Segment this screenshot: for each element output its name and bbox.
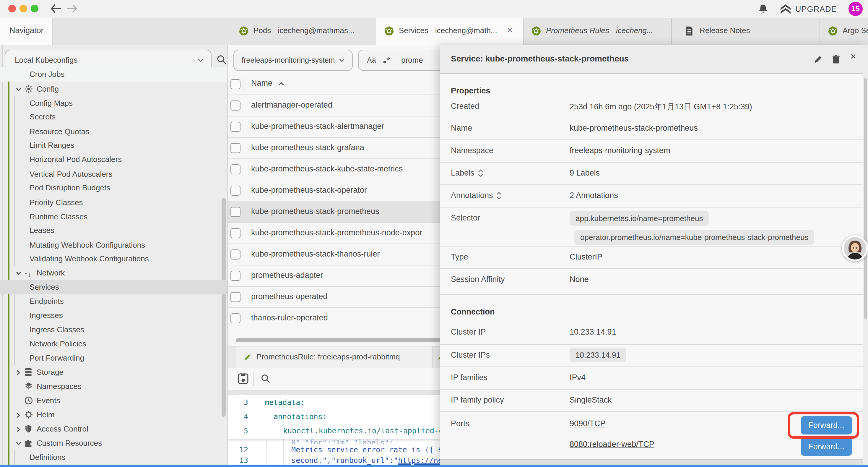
sort-toggle-icon[interactable] <box>478 169 483 177</box>
tab-pods[interactable]: Pods - icecheng@mathmas... <box>230 18 376 44</box>
sidebar-item-secrets[interactable]: Secrets <box>0 110 227 124</box>
table-row-selected[interactable]: kube-prometheus-stack-prometheus <box>228 201 441 223</box>
table-row[interactable]: kube-prometheus-stack-grafana <box>228 137 441 159</box>
table-row[interactable]: alertmanager-operated <box>228 95 441 116</box>
chevron-right-icon <box>16 412 21 418</box>
property-row-session-affinity: Session Affinity None <box>440 268 868 295</box>
sidebar-group-access-control[interactable]: Access Control <box>0 422 227 436</box>
row-checkbox[interactable] <box>230 143 241 153</box>
sidebar-item-validating-webhook-configurations[interactable]: Validating Webhook Configurations <box>0 252 227 266</box>
row-checkbox[interactable] <box>230 271 241 281</box>
regex-toggle[interactable]: * <box>383 50 390 70</box>
horizontal-scrollbar[interactable] <box>236 338 441 342</box>
upgrade-button[interactable]: UPGRADE <box>795 5 837 13</box>
maximize-window-button[interactable] <box>31 5 38 12</box>
sidebar-group-helm[interactable]: Helm <box>0 408 227 422</box>
sidebar-group-config[interactable]: Config <box>0 82 227 96</box>
back-arrow-icon[interactable] <box>50 4 61 13</box>
column-header-name[interactable]: Name <box>251 79 272 87</box>
sort-toggle-icon[interactable] <box>497 191 502 200</box>
tab-release-notes[interactable]: Release Notes <box>672 18 820 44</box>
row-checkbox[interactable] <box>230 228 241 238</box>
filter-input[interactable]: Aa * prome <box>358 50 441 71</box>
search-icon[interactable] <box>216 54 227 65</box>
row-checkbox[interactable] <box>230 100 241 111</box>
table-row[interactable]: kube-prometheus-stack-alertmanager <box>228 116 441 138</box>
code-line: 13 second.","runbook_url":"https://net <box>228 454 441 465</box>
sidebar-item-runtime-classes[interactable]: Runtime Classes <box>0 210 227 224</box>
minimize-window-button[interactable] <box>20 5 27 12</box>
sidebar-item-resource-quotas[interactable]: Resource Quotas <box>0 125 227 139</box>
sidebar-item-definitions[interactable]: Definitions <box>0 450 227 465</box>
notifications-bell-icon[interactable] <box>758 4 768 14</box>
selector-chip: app.kubernetes.io/name=prometheus <box>569 211 709 226</box>
sidebar-item-network-policies[interactable]: Network Policies <box>0 337 227 351</box>
forward-port-button[interactable]: Forward... <box>801 437 852 456</box>
edit-pencil-icon[interactable] <box>814 54 823 64</box>
match-case-toggle[interactable]: Aa <box>367 50 376 70</box>
sidebar-group-custom-resources[interactable]: Custom Resources <box>0 436 227 450</box>
sidebar-item-services[interactable]: Services <box>0 280 227 294</box>
sidebar-item-horizontal-pod-autoscalers[interactable]: Horizontal Pod Autoscalers <box>0 152 227 167</box>
tab-services[interactable]: Services - icecheng@math... × <box>376 18 524 45</box>
sidebar-item-ingresses[interactable]: Ingresses <box>0 309 227 323</box>
sort-ascending-icon[interactable] <box>278 82 285 86</box>
sidebar-item-leases[interactable]: Leases <box>0 224 227 238</box>
sidebar-item-namespaces[interactable]: Namespaces <box>0 380 227 394</box>
row-checkbox[interactable] <box>230 292 241 302</box>
sidebar-item-cron-jobs[interactable]: Cron Jobs <box>0 67 227 82</box>
table-row[interactable]: kube-prometheus-stack-kube-state-metrics <box>228 158 441 180</box>
select-all-checkbox[interactable] <box>230 79 241 89</box>
yaml-editor[interactable]: 0","for":"1m","labels":{"service":"f 12M… <box>228 395 441 465</box>
sidebar-item-limit-ranges[interactable]: Limit Ranges <box>0 138 227 152</box>
sidebar-item-endpoints[interactable]: Endpoints <box>0 294 227 309</box>
tab-prometheusrule-editor[interactable]: PrometheusRule: freeleaps-prod-rabbitmq <box>236 346 433 368</box>
save-icon[interactable] <box>238 373 249 384</box>
sidebar-group-storage[interactable]: Storage <box>0 365 227 380</box>
close-panel-icon[interactable]: × <box>850 51 860 60</box>
row-checkbox[interactable] <box>230 164 241 174</box>
tab-navigator[interactable]: Navigator <box>0 18 53 45</box>
table-row[interactable]: thanos-ruler-operated <box>228 308 441 329</box>
sidebar-item-mutating-webhook-configurations[interactable]: Mutating Webhook Configurations <box>0 238 227 253</box>
sidebar-item-port-forwarding[interactable]: Port Forwarding <box>0 351 227 365</box>
notification-count-badge[interactable]: 15 <box>848 2 863 16</box>
search-icon[interactable] <box>260 374 271 384</box>
sidebar-item-vertical-pod-autoscalers[interactable]: Vertical Pod Autoscalers <box>0 167 227 181</box>
sidebar-item-pod-disruption-budgets[interactable]: Pod Disruption Budgets <box>0 181 227 195</box>
forward-arrow-icon[interactable] <box>66 4 78 13</box>
sidebar-group-network[interactable]: ↑↓ Network <box>0 266 227 280</box>
upgrade-chevrons-icon[interactable] <box>780 4 791 14</box>
annotation-highlight-box <box>788 412 859 439</box>
port-link-8080[interactable]: 8080:reloader-web/TCP <box>569 440 654 449</box>
table-row[interactable]: kube-prometheus-stack-thanos-ruler <box>228 243 441 265</box>
code-link[interactable]: https://net <box>398 456 441 465</box>
kubernetes-icon <box>828 26 838 36</box>
table-row[interactable]: kube-prometheus-stack-operator <box>228 180 441 202</box>
table-row[interactable]: prometheus-operated <box>228 286 441 308</box>
table-row[interactable]: kube-prometheus-stack-prometheus-node-ex… <box>228 222 441 244</box>
tab-argo[interactable]: Argo Se <box>820 18 868 44</box>
namespace-selector[interactable]: freeleaps-monitoring-system <box>234 50 353 71</box>
row-checkbox[interactable] <box>230 313 241 323</box>
namespace-link[interactable]: freeleaps-monitoring-system <box>569 146 670 155</box>
row-checkbox[interactable] <box>230 185 241 196</box>
window-titlebar: UPGRADE 15 <box>0 0 868 18</box>
sidebar-item-priority-classes[interactable]: Priority Classes <box>0 196 227 210</box>
close-tab-icon[interactable]: × <box>507 25 513 35</box>
table-row[interactable]: prometheus-adapter <box>228 265 441 287</box>
user-avatar[interactable] <box>842 235 868 261</box>
row-checkbox[interactable] <box>230 122 241 132</box>
row-checkbox[interactable] <box>230 250 241 260</box>
close-window-button[interactable] <box>8 5 16 12</box>
row-checkbox[interactable] <box>230 207 241 217</box>
panel-scrollbar-thumb[interactable] <box>864 78 867 319</box>
port-link-9090[interactable]: 9090/TCP <box>569 419 606 428</box>
sidebar-item-config-maps[interactable]: Config Maps <box>0 96 227 111</box>
sidebar-item-events[interactable]: Events <box>0 394 227 408</box>
property-row-ip-family-policy: IP family policy SingleStack <box>440 389 868 412</box>
tab-prometheus-rules[interactable]: Prometheus Rules - icecheng... <box>524 18 672 44</box>
document-icon <box>685 26 694 36</box>
sidebar-item-ingress-classes[interactable]: Ingress Classes <box>0 323 227 337</box>
trash-icon[interactable] <box>831 54 841 64</box>
